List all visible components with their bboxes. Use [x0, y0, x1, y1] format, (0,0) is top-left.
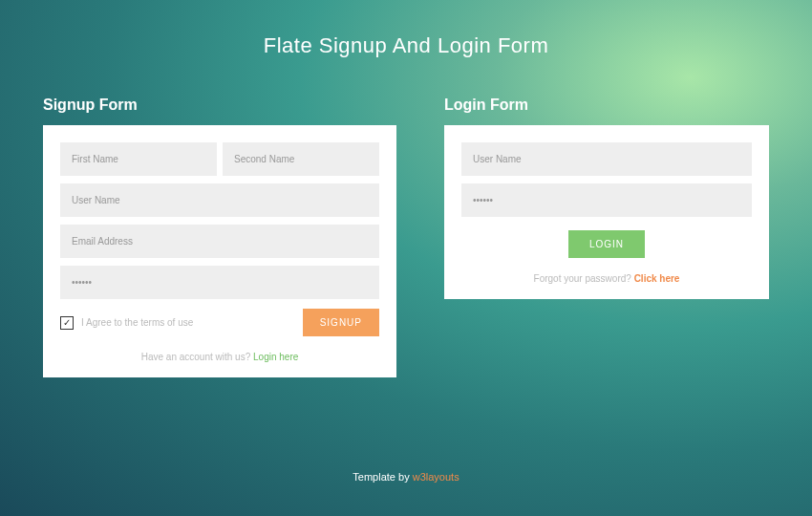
forms-container: Signup Form ✓ I Agree to the terms of us… [0, 97, 812, 377]
login-button[interactable]: LOGIN [568, 230, 645, 258]
login-bottom-text: Forgot your password? Click here [461, 273, 752, 284]
signup-password-input[interactable] [60, 266, 379, 299]
login-password-input[interactable] [461, 183, 752, 217]
footer: Template by w3layouts [0, 471, 812, 483]
click-here-link[interactable]: Click here [634, 273, 680, 284]
signup-prompt: Have an account with us? [141, 352, 253, 362]
footer-link[interactable]: w3layouts [413, 471, 459, 483]
signup-card: ✓ I Agree to the terms of use SIGNUP Hav… [43, 125, 396, 377]
signup-section: Signup Form ✓ I Agree to the terms of us… [43, 97, 396, 377]
login-section: Login Form LOGIN Forgot your password? C… [444, 97, 769, 377]
login-username-input[interactable] [461, 142, 752, 176]
terms-label: I Agree to the terms of use [81, 317, 193, 328]
login-heading: Login Form [444, 97, 769, 114]
page-title: Flate Signup And Login Form [0, 0, 812, 58]
signup-username-input[interactable] [60, 183, 379, 217]
forgot-prompt: Forgot your password? [534, 273, 634, 284]
signup-bottom-text: Have an account with us? Login here [60, 352, 379, 362]
signup-button[interactable]: SIGNUP [303, 309, 379, 336]
footer-prefix: Template by [353, 471, 412, 483]
login-here-link[interactable]: Login here [253, 352, 298, 362]
signup-heading: Signup Form [43, 97, 396, 114]
first-name-input[interactable] [60, 142, 217, 176]
terms-checkbox[interactable]: ✓ [60, 316, 74, 330]
second-name-input[interactable] [223, 142, 379, 176]
email-input[interactable] [60, 225, 379, 258]
login-card: LOGIN Forgot your password? Click here [444, 125, 769, 299]
